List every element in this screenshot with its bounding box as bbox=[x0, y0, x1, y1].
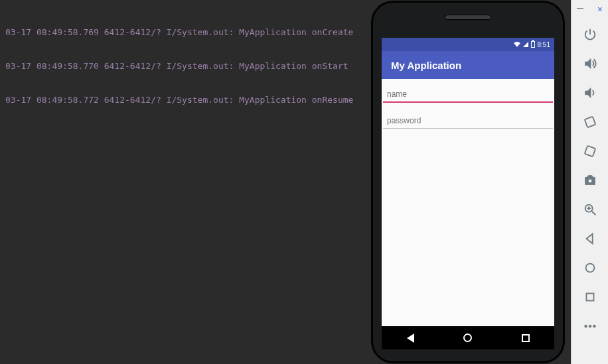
window-close-button[interactable]: × bbox=[597, 4, 603, 15]
status-bar: 8:51 bbox=[382, 38, 554, 51]
rotate-left-button[interactable] bbox=[577, 109, 603, 135]
app-title: My Application bbox=[391, 60, 461, 71]
volume-up-button[interactable] bbox=[577, 50, 603, 77]
login-form bbox=[382, 79, 554, 138]
signal-icon bbox=[523, 42, 528, 47]
svg-point-10 bbox=[589, 325, 591, 328]
window-minimize-button[interactable]: – bbox=[577, 4, 583, 15]
zoom-button[interactable] bbox=[577, 196, 603, 223]
nav-overview-button[interactable] bbox=[520, 333, 531, 343]
volume-down-button[interactable] bbox=[577, 80, 603, 106]
wifi-icon bbox=[514, 41, 520, 48]
android-nav-bar bbox=[382, 326, 554, 349]
overview-button[interactable] bbox=[577, 284, 603, 310]
home-button[interactable] bbox=[577, 255, 603, 281]
svg-line-4 bbox=[591, 212, 595, 215]
logcat-output: 03-17 08:49:58.769 6412-6412/? I/System.… bbox=[0, 0, 372, 364]
clock-text: 8:51 bbox=[538, 41, 550, 48]
svg-point-11 bbox=[593, 325, 595, 328]
battery-icon bbox=[531, 41, 535, 48]
window-controls: – × bbox=[571, 3, 608, 20]
device-speaker bbox=[445, 15, 491, 20]
rotate-right-button[interactable] bbox=[577, 138, 603, 164]
device-screen[interactable]: 8:51 My Application bbox=[382, 38, 554, 326]
svg-point-2 bbox=[588, 179, 592, 183]
nav-home-button[interactable] bbox=[463, 333, 473, 343]
nav-back-button[interactable] bbox=[405, 333, 416, 343]
back-button[interactable] bbox=[577, 225, 603, 252]
emulator-device-frame: 8:51 My Application bbox=[372, 1, 564, 363]
name-field[interactable] bbox=[383, 87, 553, 103]
log-line: 03-17 08:49:58.770 6412-6412/? I/System.… bbox=[5, 60, 366, 72]
svg-point-9 bbox=[584, 325, 587, 328]
password-field[interactable] bbox=[383, 113, 553, 129]
svg-point-7 bbox=[585, 264, 594, 273]
screenshot-button[interactable] bbox=[577, 167, 603, 194]
svg-rect-0 bbox=[584, 117, 595, 127]
svg-rect-8 bbox=[586, 294, 593, 301]
log-line: 03-17 08:49:58.772 6412-6412/? I/System.… bbox=[5, 94, 366, 105]
svg-rect-1 bbox=[584, 146, 595, 156]
more-button[interactable] bbox=[577, 313, 603, 339]
emulator-toolbar: – × bbox=[571, 0, 608, 364]
log-line: 03-17 08:49:58.769 6412-6412/? I/System.… bbox=[5, 27, 366, 38]
power-button[interactable] bbox=[577, 21, 603, 48]
app-bar: My Application bbox=[382, 51, 554, 79]
